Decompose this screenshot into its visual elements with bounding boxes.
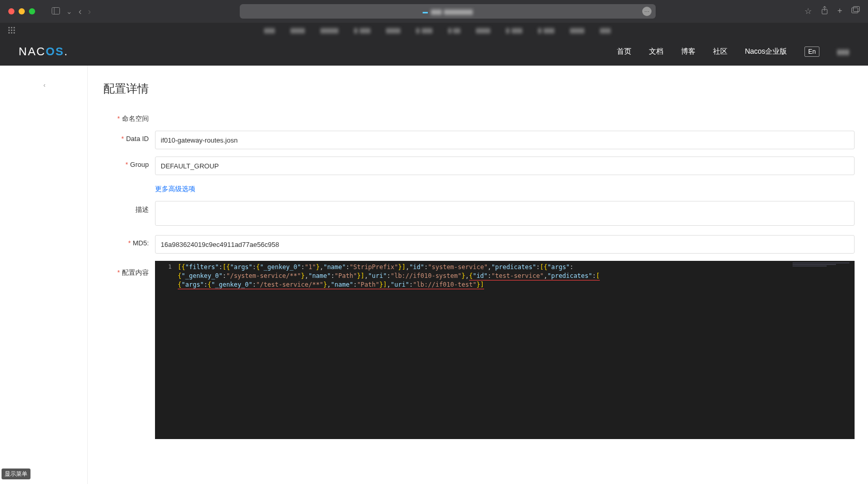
label-data-id: *Data ID	[103, 131, 155, 149]
page-title: 配置详情	[103, 81, 855, 97]
svg-rect-4	[852, 8, 858, 13]
close-window[interactable]	[8, 8, 14, 14]
label-content: *配置内容	[103, 261, 155, 439]
nav-community[interactable]: 社区	[713, 47, 727, 56]
browser-right-icons: ☆ +	[804, 6, 860, 17]
nav-enterprise[interactable]: Nacos企业版	[745, 47, 787, 56]
nacos-logo[interactable]: NACOS.	[19, 45, 68, 58]
traffic-lights	[8, 8, 35, 14]
nav-docs[interactable]: 文档	[649, 47, 663, 56]
forward-icon[interactable]: ›	[88, 6, 91, 17]
nacos-header: NACOS. 首页 文档 博客 社区 Nacos企业版 En ▮▮▮	[0, 37, 868, 66]
group-input[interactable]	[155, 157, 855, 175]
maximize-window[interactable]	[29, 8, 35, 14]
chevron-down-icon[interactable]: ⌄	[66, 7, 72, 15]
advanced-options-link[interactable]: 更多高级选项	[155, 182, 195, 194]
code-content[interactable]: [{"filters":[{"args":{"_genkey_0":"1"},"…	[176, 261, 793, 439]
tabs-icon[interactable]	[851, 6, 860, 17]
md5-input[interactable]	[155, 235, 855, 254]
label-md5: *MD5:	[103, 235, 155, 254]
bookmarks-blurred: ▮▮▮▮▮▮▮▮▮▮▮▮▮ ▮▮▮▮▮▮▮▮ ▮▮▮▮ ▮▮▮▮▮▮▮ ▮▮▮▮…	[15, 26, 860, 34]
data-id-input[interactable]	[155, 131, 855, 149]
svg-rect-5	[854, 7, 860, 12]
apps-icon[interactable]	[8, 27, 15, 34]
sidebar-collapse-icon[interactable]: ‹	[43, 82, 45, 89]
label-desc: 描述	[103, 201, 155, 228]
label-group: *Group	[103, 157, 155, 175]
lang-toggle[interactable]: En	[804, 46, 819, 57]
browser-nav-buttons: ⌄ ‹ ›	[52, 6, 91, 17]
back-icon[interactable]: ‹	[79, 6, 82, 17]
label-namespace: *命名空间	[103, 110, 155, 123]
addr-menu-icon[interactable]: ⋯	[642, 7, 652, 16]
minimap[interactable]	[793, 261, 855, 439]
browser-toolbar: ⌄ ‹ › ▬ ▮▮▮ ▮▮▮▮▮▮▮▮ ⋯ ☆ +	[0, 0, 868, 23]
minimize-window[interactable]	[19, 8, 25, 14]
address-text: ▮▮▮ ▮▮▮▮▮▮▮▮	[431, 8, 473, 15]
content: 配置详情 *命名空间 *Data ID *Group 更多高级选项 描述	[88, 66, 868, 484]
status-tooltip: 显示菜单	[2, 469, 30, 479]
share-icon[interactable]	[821, 6, 828, 17]
svg-rect-0	[52, 7, 60, 14]
line-gutter: 1	[155, 261, 176, 439]
main: ‹ 配置详情 *命名空间 *Data ID *Group 更多高级选项	[0, 66, 868, 484]
nav-links: 首页 文档 博客 社区 Nacos企业版 En ▮▮▮	[617, 46, 849, 57]
sidebar: ‹	[0, 66, 88, 484]
code-editor[interactable]: 1 [{"filters":[{"args":{"_genkey_0":"1"}…	[155, 261, 855, 439]
favorite-icon[interactable]: ☆	[804, 6, 812, 17]
add-icon[interactable]: +	[838, 6, 842, 17]
address-bar[interactable]: ▬ ▮▮▮ ▮▮▮▮▮▮▮▮ ⋯	[240, 4, 656, 19]
sidebar-toggle-icon[interactable]	[52, 7, 60, 16]
nav-home[interactable]: 首页	[617, 47, 631, 56]
user-label[interactable]: ▮▮▮	[837, 48, 849, 56]
nav-blog[interactable]: 博客	[681, 47, 695, 56]
desc-input[interactable]	[155, 201, 855, 226]
bookmark-bar: ▮▮▮▮▮▮▮▮▮▮▮▮▮ ▮▮▮▮▮▮▮▮ ▮▮▮▮ ▮▮▮▮▮▮▮ ▮▮▮▮…	[0, 23, 868, 37]
